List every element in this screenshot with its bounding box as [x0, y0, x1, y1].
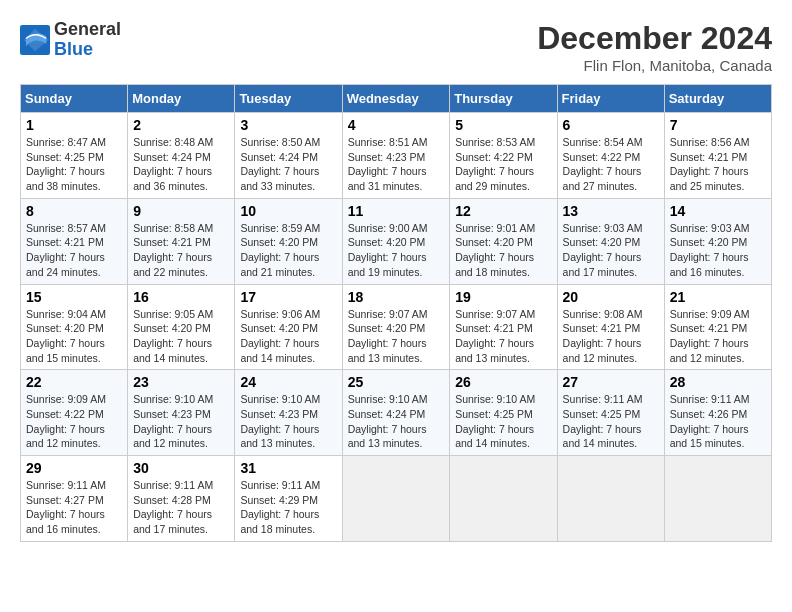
calendar-week-row: 8Sunrise: 8:57 AMSunset: 4:21 PMDaylight… — [21, 198, 772, 284]
weekday-header: Tuesday — [235, 85, 342, 113]
day-info: Sunrise: 8:50 AMSunset: 4:24 PMDaylight:… — [240, 135, 336, 194]
day-number: 30 — [133, 460, 229, 476]
calendar-day-cell: 12Sunrise: 9:01 AMSunset: 4:20 PMDayligh… — [450, 198, 557, 284]
calendar-day-cell: 11Sunrise: 9:00 AMSunset: 4:20 PMDayligh… — [342, 198, 450, 284]
calendar-week-row: 22Sunrise: 9:09 AMSunset: 4:22 PMDayligh… — [21, 370, 772, 456]
day-info: Sunrise: 9:09 AMSunset: 4:21 PMDaylight:… — [670, 307, 766, 366]
calendar-day-cell: 24Sunrise: 9:10 AMSunset: 4:23 PMDayligh… — [235, 370, 342, 456]
day-number: 15 — [26, 289, 122, 305]
day-number: 23 — [133, 374, 229, 390]
day-info: Sunrise: 9:10 AMSunset: 4:23 PMDaylight:… — [133, 392, 229, 451]
day-info: Sunrise: 8:53 AMSunset: 4:22 PMDaylight:… — [455, 135, 551, 194]
day-number: 19 — [455, 289, 551, 305]
day-number: 2 — [133, 117, 229, 133]
calendar-day-cell: 20Sunrise: 9:08 AMSunset: 4:21 PMDayligh… — [557, 284, 664, 370]
day-info: Sunrise: 8:54 AMSunset: 4:22 PMDaylight:… — [563, 135, 659, 194]
day-info: Sunrise: 9:07 AMSunset: 4:21 PMDaylight:… — [455, 307, 551, 366]
logo-blue-text: Blue — [54, 40, 121, 60]
calendar-day-cell: 17Sunrise: 9:06 AMSunset: 4:20 PMDayligh… — [235, 284, 342, 370]
day-number: 6 — [563, 117, 659, 133]
calendar-table: SundayMondayTuesdayWednesdayThursdayFrid… — [20, 84, 772, 542]
logo-text: General Blue — [54, 20, 121, 60]
day-info: Sunrise: 9:09 AMSunset: 4:22 PMDaylight:… — [26, 392, 122, 451]
calendar-day-cell: 2Sunrise: 8:48 AMSunset: 4:24 PMDaylight… — [128, 113, 235, 199]
day-number: 16 — [133, 289, 229, 305]
day-info: Sunrise: 9:11 AMSunset: 4:25 PMDaylight:… — [563, 392, 659, 451]
calendar-day-cell: 18Sunrise: 9:07 AMSunset: 4:20 PMDayligh… — [342, 284, 450, 370]
day-number: 17 — [240, 289, 336, 305]
calendar-day-cell: 9Sunrise: 8:58 AMSunset: 4:21 PMDaylight… — [128, 198, 235, 284]
day-number: 22 — [26, 374, 122, 390]
day-number: 10 — [240, 203, 336, 219]
calendar-day-cell: 29Sunrise: 9:11 AMSunset: 4:27 PMDayligh… — [21, 456, 128, 542]
day-info: Sunrise: 9:00 AMSunset: 4:20 PMDaylight:… — [348, 221, 445, 280]
calendar-day-cell — [664, 456, 771, 542]
weekday-header: Thursday — [450, 85, 557, 113]
day-info: Sunrise: 9:11 AMSunset: 4:28 PMDaylight:… — [133, 478, 229, 537]
calendar-day-cell: 15Sunrise: 9:04 AMSunset: 4:20 PMDayligh… — [21, 284, 128, 370]
day-number: 24 — [240, 374, 336, 390]
day-number: 9 — [133, 203, 229, 219]
calendar-day-cell: 26Sunrise: 9:10 AMSunset: 4:25 PMDayligh… — [450, 370, 557, 456]
calendar-day-cell: 8Sunrise: 8:57 AMSunset: 4:21 PMDaylight… — [21, 198, 128, 284]
day-number: 20 — [563, 289, 659, 305]
day-number: 31 — [240, 460, 336, 476]
logo: General Blue — [20, 20, 121, 60]
day-number: 13 — [563, 203, 659, 219]
calendar-header-row: SundayMondayTuesdayWednesdayThursdayFrid… — [21, 85, 772, 113]
day-info: Sunrise: 9:08 AMSunset: 4:21 PMDaylight:… — [563, 307, 659, 366]
day-info: Sunrise: 9:07 AMSunset: 4:20 PMDaylight:… — [348, 307, 445, 366]
day-number: 12 — [455, 203, 551, 219]
calendar-week-row: 15Sunrise: 9:04 AMSunset: 4:20 PMDayligh… — [21, 284, 772, 370]
day-info: Sunrise: 9:11 AMSunset: 4:26 PMDaylight:… — [670, 392, 766, 451]
page-header: General Blue December 2024 Flin Flon, Ma… — [20, 20, 772, 74]
day-info: Sunrise: 9:01 AMSunset: 4:20 PMDaylight:… — [455, 221, 551, 280]
weekday-header: Monday — [128, 85, 235, 113]
day-number: 25 — [348, 374, 445, 390]
day-info: Sunrise: 8:47 AMSunset: 4:25 PMDaylight:… — [26, 135, 122, 194]
calendar-day-cell: 22Sunrise: 9:09 AMSunset: 4:22 PMDayligh… — [21, 370, 128, 456]
weekday-header: Saturday — [664, 85, 771, 113]
calendar-day-cell: 4Sunrise: 8:51 AMSunset: 4:23 PMDaylight… — [342, 113, 450, 199]
calendar-day-cell: 23Sunrise: 9:10 AMSunset: 4:23 PMDayligh… — [128, 370, 235, 456]
day-number: 26 — [455, 374, 551, 390]
day-info: Sunrise: 9:10 AMSunset: 4:25 PMDaylight:… — [455, 392, 551, 451]
day-info: Sunrise: 9:04 AMSunset: 4:20 PMDaylight:… — [26, 307, 122, 366]
weekday-header: Friday — [557, 85, 664, 113]
day-info: Sunrise: 8:59 AMSunset: 4:20 PMDaylight:… — [240, 221, 336, 280]
calendar-day-cell: 5Sunrise: 8:53 AMSunset: 4:22 PMDaylight… — [450, 113, 557, 199]
day-number: 14 — [670, 203, 766, 219]
calendar-day-cell: 31Sunrise: 9:11 AMSunset: 4:29 PMDayligh… — [235, 456, 342, 542]
month-title: December 2024 — [537, 20, 772, 57]
day-info: Sunrise: 9:05 AMSunset: 4:20 PMDaylight:… — [133, 307, 229, 366]
weekday-header: Wednesday — [342, 85, 450, 113]
logo-icon — [20, 25, 50, 55]
calendar-day-cell: 21Sunrise: 9:09 AMSunset: 4:21 PMDayligh… — [664, 284, 771, 370]
day-number: 18 — [348, 289, 445, 305]
calendar-day-cell: 13Sunrise: 9:03 AMSunset: 4:20 PMDayligh… — [557, 198, 664, 284]
day-info: Sunrise: 8:58 AMSunset: 4:21 PMDaylight:… — [133, 221, 229, 280]
day-info: Sunrise: 9:06 AMSunset: 4:20 PMDaylight:… — [240, 307, 336, 366]
day-number: 1 — [26, 117, 122, 133]
calendar-day-cell: 25Sunrise: 9:10 AMSunset: 4:24 PMDayligh… — [342, 370, 450, 456]
calendar-day-cell: 28Sunrise: 9:11 AMSunset: 4:26 PMDayligh… — [664, 370, 771, 456]
calendar-day-cell: 19Sunrise: 9:07 AMSunset: 4:21 PMDayligh… — [450, 284, 557, 370]
day-number: 27 — [563, 374, 659, 390]
calendar-day-cell: 30Sunrise: 9:11 AMSunset: 4:28 PMDayligh… — [128, 456, 235, 542]
day-number: 21 — [670, 289, 766, 305]
calendar-day-cell — [450, 456, 557, 542]
logo-general-text: General — [54, 20, 121, 40]
calendar-day-cell: 27Sunrise: 9:11 AMSunset: 4:25 PMDayligh… — [557, 370, 664, 456]
day-info: Sunrise: 9:03 AMSunset: 4:20 PMDaylight:… — [563, 221, 659, 280]
location-text: Flin Flon, Manitoba, Canada — [537, 57, 772, 74]
title-area: December 2024 Flin Flon, Manitoba, Canad… — [537, 20, 772, 74]
day-number: 5 — [455, 117, 551, 133]
calendar-day-cell: 16Sunrise: 9:05 AMSunset: 4:20 PMDayligh… — [128, 284, 235, 370]
day-number: 3 — [240, 117, 336, 133]
day-info: Sunrise: 8:48 AMSunset: 4:24 PMDaylight:… — [133, 135, 229, 194]
calendar-week-row: 1Sunrise: 8:47 AMSunset: 4:25 PMDaylight… — [21, 113, 772, 199]
day-number: 28 — [670, 374, 766, 390]
calendar-day-cell — [557, 456, 664, 542]
calendar-week-row: 29Sunrise: 9:11 AMSunset: 4:27 PMDayligh… — [21, 456, 772, 542]
day-number: 29 — [26, 460, 122, 476]
